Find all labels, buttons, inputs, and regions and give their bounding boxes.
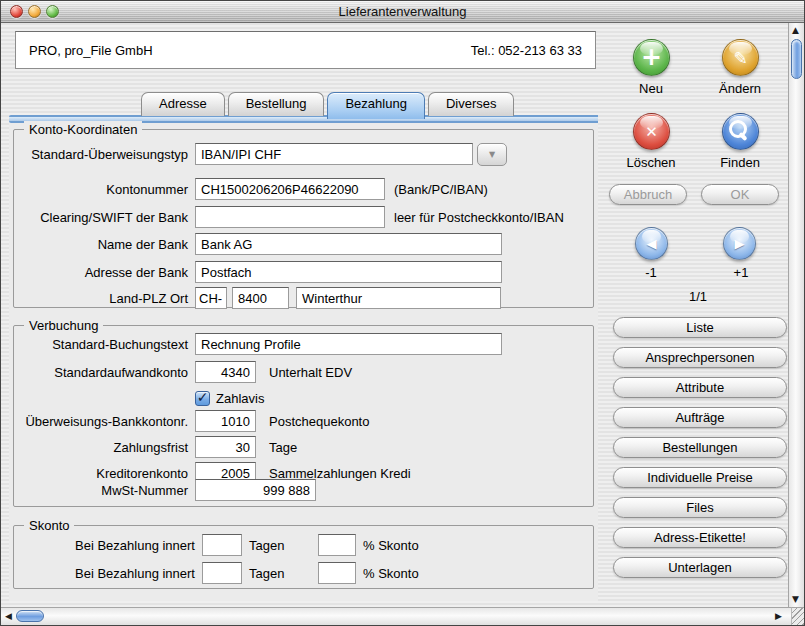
loeschen-button-label: Löschen — [613, 155, 689, 170]
neu-button[interactable]: + — [633, 39, 670, 76]
attribute-button[interactable]: Attribute — [613, 377, 787, 398]
horizontal-scrollbar-thumb[interactable] — [16, 610, 44, 622]
field-label: Bei Bezahlung innert — [14, 566, 195, 581]
field-note: Tage — [269, 440, 297, 455]
form-row: Clearing/SWIFT der Bank leer für Postche… — [14, 206, 564, 228]
field-note: (Bank/PC/IBAN) — [394, 182, 488, 197]
form-row: Adresse der Bank — [14, 261, 502, 283]
field-note: % Skonto — [363, 566, 419, 581]
bankname-input[interactable] — [195, 233, 502, 255]
pencil-icon: ✎ — [733, 48, 747, 68]
horizontal-scrollbar[interactable]: ◀ ▶ — [1, 607, 791, 625]
plz-input[interactable] — [232, 287, 289, 309]
minimize-window-button[interactable] — [28, 5, 41, 18]
plus-icon: + — [641, 42, 662, 71]
tab-bezahlung[interactable]: Bezahlung — [327, 92, 424, 119]
group-konto-koordinaten: Konto-Koordinaten Standard-Überweisungst… — [13, 129, 594, 308]
adress-etikette-button[interactable]: Adress-Etikette! — [613, 527, 787, 548]
window-title: Lieferantenverwaltung — [71, 1, 734, 22]
skonto1-prozent-input[interactable] — [318, 534, 356, 556]
field-label: Adresse der Bank — [14, 265, 188, 280]
record-header-box: PRO, pro_File GmbH Tel.: 052-213 63 33 — [15, 31, 596, 69]
field-label: Standard-Überweisungstyp — [14, 147, 188, 162]
group-legend: Verbuchung — [24, 317, 103, 334]
form-row: Standard-Überweisungstyp ▼ — [14, 143, 507, 165]
tab-bar: Adresse Bestellung Bezahlung Diverses — [141, 92, 514, 119]
skonto2-tage-input[interactable] — [202, 562, 242, 584]
ort-input[interactable] — [296, 287, 501, 309]
finden-button[interactable] — [722, 113, 759, 150]
form-row: Standard-Buchungstext — [14, 333, 502, 355]
zahlungsfrist-input[interactable] — [195, 436, 256, 458]
checkbox-label: Zahlavis — [216, 391, 264, 406]
resize-grip[interactable] — [791, 607, 805, 625]
field-label: Land-PLZ Ort — [14, 291, 188, 306]
unterlagen-button[interactable]: Unterlagen — [613, 557, 787, 578]
zoom-window-button[interactable] — [46, 5, 59, 18]
previous-record-button[interactable]: ◀ — [635, 227, 668, 260]
title-bar: Lieferantenverwaltung — [1, 1, 804, 23]
field-label: Bei Bezahlung innert — [14, 538, 195, 553]
land-input[interactable] — [195, 287, 227, 309]
next-record-label: +1 — [703, 265, 779, 280]
ok-button[interactable]: OK — [701, 184, 779, 205]
scroll-left-icon[interactable]: ◀ — [5, 612, 12, 621]
ansprechpersonen-button[interactable]: Ansprechpersonen — [613, 347, 787, 368]
skonto1-tage-input[interactable] — [202, 534, 242, 556]
bankkontonr-input[interactable] — [195, 410, 256, 432]
zahlavis-checkbox[interactable]: ✓ — [195, 391, 210, 406]
neu-button-label: Neu — [613, 81, 689, 96]
bankadresse-input[interactable] — [195, 261, 502, 283]
field-label: Clearing/SWIFT der Bank — [14, 210, 188, 225]
arrow-left-icon: ◀ — [647, 236, 657, 251]
record-count-indicator: 1/1 — [613, 289, 783, 304]
individuelle-preise-button[interactable]: Individuelle Preise — [613, 467, 787, 488]
tab-bestellung[interactable]: Bestellung — [228, 92, 325, 116]
scroll-up-icon[interactable]: ▲ — [792, 26, 799, 35]
ueberweisungstyp-dropdown-button[interactable]: ▼ — [477, 143, 507, 166]
field-note: Unterhalt EDV — [269, 365, 352, 380]
kontonummer-input[interactable] — [195, 178, 385, 200]
scroll-right-icon[interactable]: ▶ — [775, 612, 782, 621]
next-record-button[interactable]: ▶ — [723, 227, 756, 260]
field-label: Standardaufwandkonto — [14, 365, 188, 380]
scroll-down-icon[interactable]: ▼ — [792, 595, 799, 604]
field-note: Postchequekonto — [269, 414, 369, 429]
field-note: % Skonto — [363, 538, 419, 553]
company-name: PRO, pro_File GmbH — [29, 43, 153, 58]
tab-diverses[interactable]: Diverses — [428, 92, 515, 116]
phone-number: Tel.: 052-213 63 33 — [471, 43, 582, 58]
skonto2-prozent-input[interactable] — [318, 562, 356, 584]
aendern-button-label: Ändern — [702, 81, 778, 96]
files-button[interactable]: Files — [613, 497, 787, 518]
cross-icon: ✕ — [645, 123, 658, 141]
aufwandkonto-input[interactable] — [195, 361, 256, 383]
app-window: Lieferantenverwaltung PRO, pro_File GmbH… — [0, 0, 805, 626]
field-label: Überweisungs-Bankkontonr. — [14, 414, 188, 429]
mwst-input[interactable] — [195, 479, 316, 501]
form-row: Bei Bezahlung innert Tagen % Skonto — [14, 562, 419, 584]
bestellungen-button[interactable]: Bestellungen — [613, 437, 787, 458]
vertical-scrollbar-thumb[interactable] — [791, 39, 802, 79]
form-row: Name der Bank — [14, 233, 502, 255]
vertical-scrollbar[interactable]: ▲ ▼ — [788, 23, 804, 607]
field-label: Standard-Buchungstext — [14, 337, 188, 352]
group-skonto: Skonto Bei Bezahlung innert Tagen % Skon… — [13, 525, 594, 589]
loeschen-button[interactable]: ✕ — [633, 113, 670, 150]
tab-adresse[interactable]: Adresse — [141, 92, 225, 116]
check-icon: ✓ — [197, 390, 209, 404]
group-legend: Skonto — [24, 517, 74, 534]
ueberweisungstyp-input[interactable] — [195, 143, 473, 165]
liste-button[interactable]: Liste — [613, 317, 787, 338]
buchungstext-input[interactable] — [195, 333, 502, 355]
abbruch-button[interactable]: Abbruch — [609, 184, 687, 205]
chevron-down-icon: ▼ — [489, 150, 495, 159]
aendern-button[interactable]: ✎ — [722, 39, 759, 76]
arrow-right-icon: ▶ — [735, 236, 745, 251]
form-row: Bei Bezahlung innert Tagen % Skonto — [14, 534, 419, 556]
clearing-swift-input[interactable] — [195, 206, 385, 228]
auftraege-button[interactable]: Aufträge — [613, 407, 787, 428]
close-window-button[interactable] — [10, 5, 23, 18]
form-row: MwSt-Nummer — [14, 479, 316, 501]
field-label: Zahlungsfrist — [14, 440, 188, 455]
